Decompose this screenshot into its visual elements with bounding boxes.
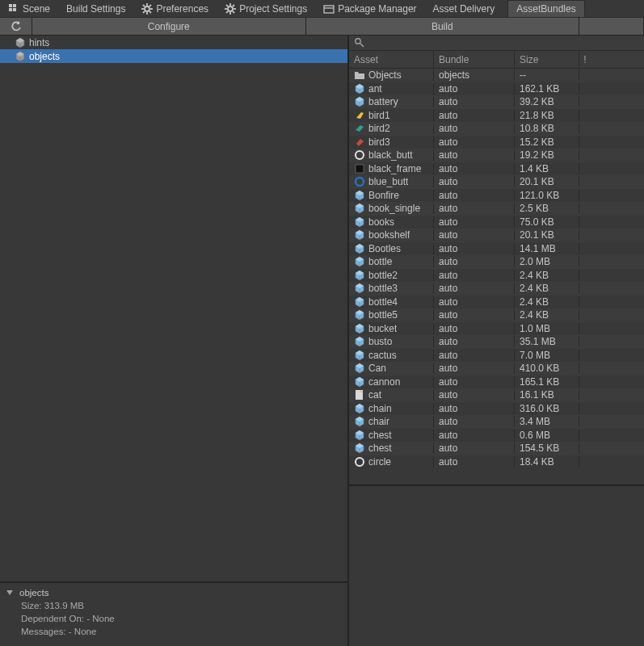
table-row[interactable]: bottle3auto2.4 KB xyxy=(349,282,644,296)
cell-asset: busto xyxy=(349,336,434,347)
table-row[interactable]: batteryauto39.2 KB xyxy=(349,95,644,109)
table-row[interactable]: Canauto410.0 KB xyxy=(349,362,644,375)
refresh-button[interactable] xyxy=(0,18,32,35)
table-row[interactable]: chestauto154.5 KB xyxy=(349,442,644,455)
cell-asset: bird2 xyxy=(349,123,434,134)
cell-size: 2.5 KB xyxy=(515,203,579,214)
cell-size: 2.4 KB xyxy=(515,283,579,294)
asset-preview-pane xyxy=(349,484,644,646)
cell-bundle: auto xyxy=(434,336,515,347)
table-row[interactable]: bottle5auto2.4 KB xyxy=(349,308,644,322)
cell-size: 2.4 KB xyxy=(515,296,579,308)
table-row[interactable]: black_frameauto1.4 KB xyxy=(349,162,644,176)
cell-size: 410.0 KB xyxy=(515,363,579,374)
table-row[interactable]: chestauto0.6 MB xyxy=(349,429,644,443)
cell-asset: black_butt xyxy=(349,149,434,161)
chevron-down-icon[interactable] xyxy=(5,587,16,598)
cell-size: 2.0 MB xyxy=(515,256,579,267)
table-row[interactable]: cannonauto165.1 KB xyxy=(349,375,644,389)
table-row[interactable]: bird2auto10.8 KB xyxy=(349,122,644,136)
table-row[interactable]: book_singleauto2.5 KB xyxy=(349,202,644,216)
table-row[interactable]: circleauto18.4 KB xyxy=(349,455,644,469)
asset-name: bucket xyxy=(368,323,397,334)
asset-table[interactable]: Objectsobjects--antauto162.1 KBbatteryau… xyxy=(349,69,644,484)
cell-asset: bird3 xyxy=(349,136,434,148)
cell-asset: Bootles xyxy=(349,243,434,254)
menu-scene[interactable]: Scene xyxy=(0,1,58,17)
package-icon xyxy=(323,3,335,15)
table-row[interactable]: bottleauto2.0 MB xyxy=(349,255,644,269)
table-row[interactable]: Objectsobjects-- xyxy=(349,69,644,82)
table-row[interactable]: bottle2auto2.4 KB xyxy=(349,269,644,283)
col-size[interactable]: Size xyxy=(515,51,579,68)
table-row[interactable]: bustoauto35.1 MB xyxy=(349,335,644,349)
prefab-icon xyxy=(354,443,365,454)
bundle-row[interactable]: objects xyxy=(0,49,347,63)
menu-preferences[interactable]: Preferences xyxy=(133,1,217,17)
table-row[interactable]: cactusauto7.0 MB xyxy=(349,349,644,363)
prefab-icon xyxy=(354,363,365,374)
bundle-row[interactable]: hints xyxy=(0,36,347,49)
table-row[interactable]: chainauto316.0 KB xyxy=(349,402,644,416)
cell-asset: ant xyxy=(349,83,434,94)
col-bundle[interactable]: Bundle xyxy=(434,51,515,68)
search-input[interactable] xyxy=(365,37,639,48)
prefab-icon xyxy=(354,83,365,94)
cell-size: 20.1 KB xyxy=(515,229,579,241)
table-row[interactable]: chairauto3.4 MB xyxy=(349,415,644,429)
cell-size: 16.1 KB xyxy=(515,389,579,401)
table-row[interactable]: Bootlesauto14.1 MB xyxy=(349,242,644,256)
table-row[interactable]: antauto162.1 KB xyxy=(349,82,644,96)
table-row[interactable]: bottle4auto2.4 KB xyxy=(349,296,644,309)
tab-configure[interactable]: Configure xyxy=(32,18,306,35)
prefab-icon xyxy=(354,216,365,228)
table-row[interactable]: bird1auto21.8 KB xyxy=(349,109,644,123)
gear-icon xyxy=(141,3,153,15)
prefab-icon xyxy=(354,336,365,347)
table-row[interactable]: blue_buttauto20.1 KB xyxy=(349,175,644,189)
col-warning[interactable]: ! xyxy=(579,51,591,68)
ring-white-icon xyxy=(354,456,365,468)
cell-bundle: auto xyxy=(434,190,515,201)
asset-name: blue_butt xyxy=(368,176,408,187)
refresh-icon xyxy=(11,21,22,32)
cell-size: 2.4 KB xyxy=(515,270,579,281)
col-asset[interactable]: Asset xyxy=(349,51,434,68)
gear-icon xyxy=(225,3,236,15)
prefab-icon xyxy=(354,309,365,321)
table-row[interactable]: booksauto75.0 KB xyxy=(349,216,644,229)
prefab-icon xyxy=(354,376,365,388)
cell-bundle: auto xyxy=(434,416,515,427)
menu-asset-bundles[interactable]: AssetBundles xyxy=(507,0,584,17)
tab-build[interactable]: Build xyxy=(306,18,580,35)
bird-yellow-icon xyxy=(354,110,365,121)
bundle-list[interactable]: hintsobjects xyxy=(0,36,347,581)
folder-icon xyxy=(354,69,365,81)
cell-size: 162.1 KB xyxy=(515,83,579,94)
search-bar xyxy=(349,36,644,51)
bundle-details: objects Size: 313.9 MB Dependent On: - N… xyxy=(0,581,347,646)
menu-package-manager[interactable]: Package Manager xyxy=(315,1,424,17)
cell-bundle: auto xyxy=(434,256,515,267)
menu-build-settings[interactable]: Build Settings xyxy=(58,1,133,17)
table-row[interactable]: Bonfireauto121.0 KB xyxy=(349,189,644,203)
table-row[interactable]: black_buttauto19.2 KB xyxy=(349,149,644,162)
cell-bundle: auto xyxy=(434,430,515,441)
asset-name: bottle4 xyxy=(368,296,398,308)
table-row[interactable]: bird3auto15.2 KB xyxy=(349,136,644,149)
col-bundle-label: Bundle xyxy=(439,54,469,65)
cell-asset: book_single xyxy=(349,203,434,214)
table-row[interactable]: bucketauto1.0 MB xyxy=(349,322,644,336)
cell-size: 35.1 MB xyxy=(515,336,579,347)
cell-asset: cat xyxy=(349,389,434,401)
cell-size: 20.1 KB xyxy=(515,176,579,187)
menu-project-settings[interactable]: Project Settings xyxy=(217,1,315,17)
cell-bundle: auto xyxy=(434,283,515,294)
tab-empty[interactable] xyxy=(579,18,644,35)
prefab-icon xyxy=(354,243,365,254)
table-row[interactable]: bookshelfauto20.1 KB xyxy=(349,229,644,242)
menu-bar: Scene Build Settings Preferences Project… xyxy=(0,0,644,18)
table-row[interactable]: catauto16.1 KB xyxy=(349,388,644,402)
menu-asset-delivery[interactable]: Asset Delivery xyxy=(425,1,503,17)
square-black-icon xyxy=(354,163,365,174)
